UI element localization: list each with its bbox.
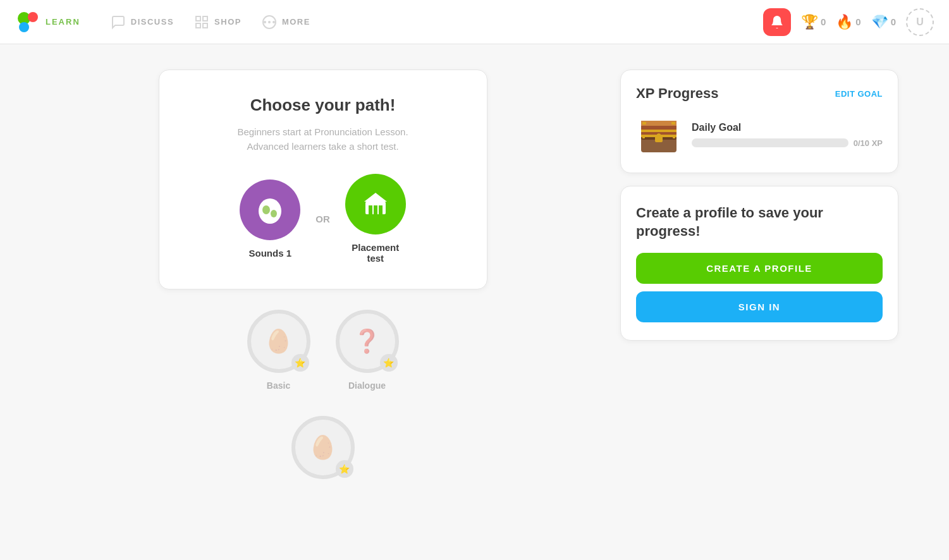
lingots-stat: 🏆 0 <box>801 14 826 30</box>
dialogue-question-icon: ❓ <box>353 328 381 355</box>
shop-icon <box>194 15 209 30</box>
svg-rect-6 <box>203 23 207 28</box>
svg-rect-4 <box>203 16 207 21</box>
more-icon <box>262 15 277 30</box>
nav-more-label: MORE <box>282 17 310 27</box>
locked-lessons-row: 🥚 ⭐ Basic ❓ ⭐ Dialogue <box>159 310 487 391</box>
sounds2-egg-icon: 🥚 <box>309 434 337 461</box>
nav-shop-label: SHOP <box>214 17 242 27</box>
profile-card-title: Create a profile to save your progress! <box>636 204 883 240</box>
sounds-icon-circle <box>240 180 300 240</box>
svg-point-7 <box>269 21 270 23</box>
create-profile-button[interactable]: CREATE A PROFILE <box>636 253 883 284</box>
notification-button[interactable] <box>763 8 791 36</box>
svg-point-11 <box>259 198 281 224</box>
svg-rect-5 <box>196 23 200 28</box>
treasure-chest-icon <box>636 112 682 157</box>
placement-option[interactable]: Placementtest <box>345 174 406 264</box>
streak-icon: 🔥 <box>836 14 853 30</box>
choose-path-title: Choose your path! <box>190 95 456 115</box>
duolingo-logo-icon <box>15 9 40 35</box>
create-profile-card: Create a profile to save your progress! … <box>620 186 898 341</box>
dialogue-lock-badge: ⭐ <box>380 354 398 372</box>
xp-content: Daily Goal 0/10 XP <box>636 112 883 157</box>
streak-stat: 🔥 0 <box>836 14 860 30</box>
svg-rect-29 <box>673 136 675 138</box>
svg-rect-26 <box>642 122 646 125</box>
or-label: OR <box>315 214 330 224</box>
basic-lock-badge: ⭐ <box>291 354 309 372</box>
main-nav: DISCUSS SHOP MORE <box>111 15 743 30</box>
left-column: Choose your path! Beginners start at Pro… <box>51 70 595 479</box>
right-column: XP Progress EDIT GOAL <box>620 70 898 479</box>
svg-rect-25 <box>655 136 663 142</box>
sounds2-lesson: 🥚 ⭐ <box>291 416 355 479</box>
dialogue-label: Dialogue <box>348 380 386 391</box>
nav-discuss[interactable]: DISCUSS <box>111 15 174 30</box>
basic-lesson: 🥚 ⭐ Basic <box>247 310 310 391</box>
svg-rect-24 <box>641 130 677 132</box>
sounds-option[interactable]: Sounds 1 <box>240 180 300 259</box>
xp-details: Daily Goal 0/10 XP <box>692 122 883 148</box>
logo-text: LEARN <box>46 17 80 27</box>
choose-path-subtitle: Beginners start at Pronunciation Lesson.… <box>190 125 456 154</box>
svg-rect-3 <box>196 16 200 21</box>
choose-path-card: Choose your path! Beginners start at Pro… <box>159 70 487 289</box>
svg-rect-28 <box>642 136 645 138</box>
placement-icon <box>359 188 392 221</box>
bell-icon <box>769 15 785 30</box>
gems-count: 0 <box>891 16 896 27</box>
dialogue-locked-circle: ❓ ⭐ <box>336 310 399 373</box>
nav-discuss-label: DISCUSS <box>131 17 174 27</box>
placement-icon-circle <box>345 174 406 234</box>
dialogue-lesson: ❓ ⭐ Dialogue <box>336 310 399 391</box>
nav-shop[interactable]: SHOP <box>194 15 242 30</box>
basic-egg-icon: 🥚 <box>264 328 293 355</box>
header-right: 🏆 0 🔥 0 💎 0 U <box>763 8 934 36</box>
svg-rect-17 <box>374 205 377 214</box>
daily-goal-label: Daily Goal <box>692 122 883 133</box>
svg-point-12 <box>262 205 270 214</box>
edit-goal-button[interactable]: EDIT GOAL <box>835 89 883 99</box>
path-options: Sounds 1 OR Placementtest <box>190 174 456 264</box>
lingots-icon: 🏆 <box>801 14 818 30</box>
svg-rect-18 <box>379 205 383 214</box>
sounds2-locked-circle: 🥚 ⭐ <box>291 416 355 479</box>
svg-rect-16 <box>369 205 372 214</box>
sign-in-button[interactable]: SIGN IN <box>636 291 883 322</box>
svg-point-8 <box>273 21 274 23</box>
gems-icon: 💎 <box>871 14 888 30</box>
basic-locked-circle: 🥚 ⭐ <box>247 310 310 373</box>
svg-rect-22 <box>641 121 677 126</box>
svg-rect-27 <box>671 122 675 125</box>
xp-title: XP Progress <box>636 85 718 102</box>
main-content: Choose your path! Beginners start at Pro… <box>0 44 949 504</box>
svg-marker-15 <box>364 193 387 202</box>
basic-label: Basic <box>267 380 290 391</box>
discuss-icon <box>111 15 126 30</box>
xp-progress-row: 0/10 XP <box>692 138 883 148</box>
svg-point-1 <box>28 12 38 22</box>
xp-card-header: XP Progress EDIT GOAL <box>636 85 883 102</box>
nav-more[interactable]: MORE <box>262 15 310 30</box>
gems-stat: 💎 0 <box>871 14 896 30</box>
xp-progress-bar-bg <box>692 138 848 147</box>
placement-label: Placementtest <box>352 242 399 264</box>
svg-point-9 <box>264 21 266 23</box>
egg-icon <box>254 193 286 226</box>
xp-progress-card: XP Progress EDIT GOAL <box>620 70 898 173</box>
sounds2-lock-badge: ⭐ <box>336 460 353 478</box>
xp-count: 0/10 XP <box>854 138 883 148</box>
avatar-button[interactable]: U <box>906 8 934 36</box>
streak-count: 0 <box>855 16 860 27</box>
svg-point-2 <box>19 22 29 32</box>
svg-point-13 <box>271 210 277 217</box>
lingots-count: 0 <box>821 16 826 27</box>
logo-link[interactable]: LEARN <box>15 9 80 35</box>
sounds-label: Sounds 1 <box>248 248 291 259</box>
header: LEARN DISCUSS SHOP MORE <box>0 0 949 44</box>
